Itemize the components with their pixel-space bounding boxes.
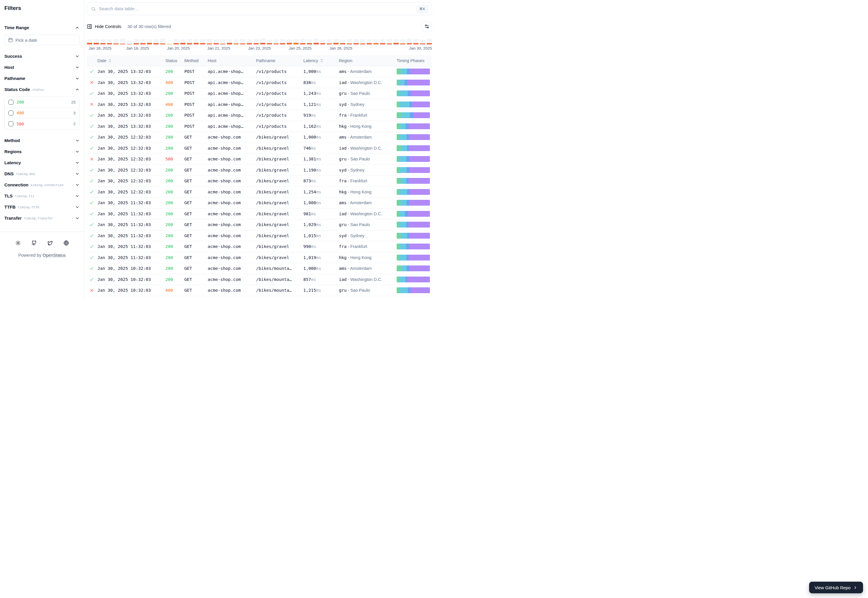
filter-section-header[interactable]: Method (4, 137, 80, 144)
column-header-date[interactable]: Date (96, 58, 164, 63)
histogram-bar[interactable] (154, 38, 159, 44)
histogram-bar[interactable] (273, 38, 279, 44)
table-row[interactable]: Jan 30, 2025 12:32:03200GETacme-shop.com… (87, 176, 432, 187)
filter-section-header[interactable]: DNStiming.dns (4, 170, 80, 177)
table-row[interactable]: Jan 30, 2025 11:32:03200GETacme-shop.com… (87, 230, 432, 242)
histogram-bar[interactable] (280, 38, 285, 44)
search-input[interactable]: Search data table... ⌘K (87, 2, 432, 15)
table-row[interactable]: Jan 30, 2025 11:32:03200GETacme-shop.com… (87, 219, 432, 230)
table-row[interactable]: Jan 30, 2025 10:32:03200GETacme-shop.com… (87, 263, 432, 274)
status-checkbox-200[interactable] (9, 100, 13, 105)
histogram-bar[interactable] (94, 38, 99, 44)
histogram-bar[interactable] (373, 38, 379, 44)
table-row[interactable]: Jan 30, 2025 12:32:03500GETacme-shop.com… (87, 154, 432, 165)
twitter-icon[interactable] (47, 239, 54, 247)
histogram-bar[interactable] (194, 38, 199, 44)
histogram-bar[interactable] (407, 38, 412, 44)
table-row[interactable]: Jan 30, 2025 11:32:03200GETacme-shop.com… (87, 252, 432, 263)
table-row[interactable]: Jan 30, 2025 13:32:03400POSTapi.acme-sho… (87, 99, 432, 110)
histogram-bar[interactable] (427, 38, 432, 44)
filter-section-header[interactable]: Pathname (4, 75, 80, 82)
filter-section-header[interactable]: Status Codestatus (4, 86, 80, 93)
table-row[interactable]: Jan 30, 2025 11:32:03200GETacme-shop.com… (87, 209, 432, 220)
sort-chevrons-icon[interactable] (320, 58, 324, 63)
table-row[interactable]: Jan 30, 2025 12:32:03200GETacme-shop.com… (87, 143, 432, 154)
sort-chevrons-icon[interactable] (108, 58, 112, 63)
filter-section-header[interactable]: TTFBtiming.ttfb (4, 203, 80, 210)
histogram-bar[interactable] (320, 38, 326, 44)
table-row[interactable]: Jan 30, 2025 13:32:03200POSTapi.acme-sho… (87, 110, 432, 121)
histogram-bar[interactable] (114, 38, 119, 44)
filter-section-header[interactable]: Time Range (4, 24, 80, 31)
histogram-bar[interactable] (380, 38, 385, 44)
github-icon[interactable] (31, 239, 37, 247)
histogram-bar[interactable] (140, 38, 146, 44)
histogram-bar[interactable] (254, 38, 259, 44)
histogram-bar[interactable] (247, 38, 252, 44)
column-header-latency[interactable]: Latency (302, 58, 338, 63)
histogram-bar[interactable] (413, 38, 418, 44)
histogram-bar[interactable] (207, 38, 212, 44)
histogram-bar[interactable] (134, 38, 139, 44)
date-picker-input[interactable]: Pick a date (4, 35, 80, 45)
table-row[interactable]: Jan 30, 2025 12:32:03200GETacme-shop.com… (87, 187, 432, 198)
histogram-bar[interactable] (127, 38, 132, 44)
filter-section-header[interactable]: Latency (4, 159, 80, 166)
table-row[interactable]: Jan 30, 2025 13:32:03200POSTapi.acme-sho… (87, 66, 432, 77)
filter-section-header[interactable]: Connectiontiming.connection (4, 181, 80, 188)
filter-section-header[interactable]: Transfertiming.transfer (4, 215, 80, 221)
histogram-bar[interactable] (160, 38, 165, 44)
status-checkbox-400[interactable] (9, 111, 13, 115)
histogram-bar[interactable] (173, 38, 179, 44)
histogram-bar[interactable] (234, 38, 239, 44)
histogram-bar[interactable] (340, 38, 345, 44)
table-row[interactable]: Jan 30, 2025 13:32:03200POSTapi.acme-sho… (87, 88, 432, 99)
histogram-bar[interactable] (400, 38, 405, 44)
table-row[interactable]: Jan 30, 2025 11:32:03200GETacme-shop.com… (87, 241, 432, 252)
histogram-bar[interactable] (327, 38, 332, 44)
histogram-bar[interactable] (360, 38, 366, 44)
histogram-bar[interactable] (187, 38, 192, 44)
histogram-bar[interactable] (333, 38, 339, 44)
histogram-bar[interactable] (100, 38, 106, 44)
histogram-bar[interactable] (260, 38, 265, 44)
histogram-bar[interactable] (240, 38, 245, 44)
table-row[interactable]: Jan 30, 2025 12:32:03200GETacme-shop.com… (87, 132, 432, 143)
table-row[interactable]: Jan 30, 2025 13:32:03200POSTapi.acme-sho… (87, 121, 432, 132)
histogram-bar[interactable] (120, 38, 125, 44)
histogram-bar[interactable] (220, 38, 226, 44)
filter-section-header[interactable]: Regions (4, 148, 80, 155)
table-row[interactable]: Jan 30, 2025 12:32:03200GETacme-shop.com… (87, 165, 432, 176)
hide-controls-button[interactable]: Hide Controls (87, 24, 121, 29)
histogram-bar[interactable] (387, 38, 392, 44)
status-option-200[interactable]: 20025 (4, 97, 79, 108)
histogram-bar[interactable] (354, 38, 359, 44)
table-settings-button[interactable] (421, 21, 432, 32)
histogram-bar[interactable] (147, 38, 152, 44)
histogram-bar[interactable] (314, 38, 319, 44)
filter-section-header[interactable]: TLStiming.tls (4, 193, 80, 199)
table-row[interactable]: Jan 30, 2025 13:32:03400POSTapi.acme-sho… (87, 77, 432, 88)
histogram-bar[interactable] (367, 38, 372, 44)
histogram-bar[interactable] (287, 38, 292, 44)
status-option-400[interactable]: 4003 (4, 108, 79, 118)
histogram-bar[interactable] (267, 38, 272, 44)
histogram-bar[interactable] (180, 38, 185, 44)
table-row[interactable]: Jan 30, 2025 10:32:03200GETacme-shop.com… (87, 274, 432, 285)
table-row[interactable]: Jan 30, 2025 10:32:03400GETacme-shop.com… (87, 285, 432, 296)
histogram-bar[interactable] (347, 38, 352, 44)
status-option-500[interactable]: 5002 (4, 118, 79, 129)
histogram-bar[interactable] (214, 38, 219, 44)
openstatus-link[interactable]: OpenStatus (43, 253, 66, 257)
histogram-bar[interactable] (420, 38, 425, 44)
histogram-bar[interactable] (200, 38, 205, 44)
globe-icon[interactable] (63, 239, 70, 247)
sun-icon[interactable] (15, 239, 22, 247)
filter-section-header[interactable]: Host (4, 64, 80, 70)
histogram-bar[interactable] (307, 38, 312, 44)
histogram-bar[interactable] (107, 38, 112, 44)
histogram-bar[interactable] (293, 38, 299, 44)
histogram-bar[interactable] (300, 38, 305, 44)
histogram-bar[interactable] (227, 38, 232, 44)
filter-section-header[interactable]: Success (4, 53, 80, 60)
